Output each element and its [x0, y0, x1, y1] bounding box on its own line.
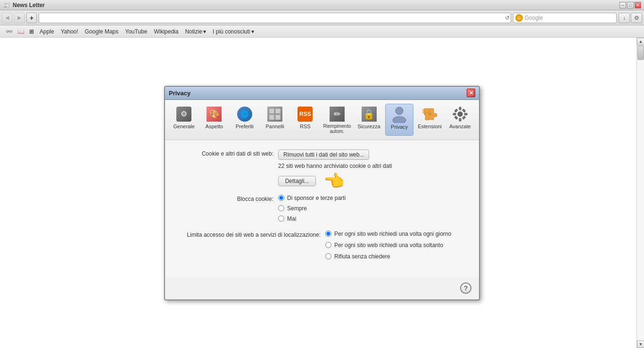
app-icon: 📰 — [3, 2, 10, 8]
bookmark-google-maps[interactable]: Google Maps — [82, 27, 121, 36]
riempimento-icon-shape: ✏ — [330, 107, 345, 122]
cookie-info-text: 22 siti web hanno archiviato cookie o al… — [278, 163, 465, 169]
remove-cookies-button[interactable]: Rimuovi tutti i dati del sito web... — [278, 149, 369, 160]
toolbar-estensioni[interactable]: Estensioni — [415, 104, 444, 136]
grid-icon[interactable]: ⊞ — [27, 27, 36, 36]
svg-rect-13 — [462, 108, 465, 112]
radio-mai-input[interactable] — [278, 215, 284, 222]
block-cookie-content: Di sponsor e terze parti Sempre Mai — [278, 195, 465, 224]
window-title: News Letter — [13, 2, 45, 8]
radio-una-volta-input[interactable] — [325, 242, 331, 248]
main-content: ▲ ▼ Privacy ✕ ⚙ Generale — [0, 38, 644, 348]
radio-una-volta[interactable]: Per ogni sito web richiedi una volta sol… — [325, 242, 465, 249]
pannelli-icon — [266, 106, 283, 123]
aspetto-icon-shape: 🎨 — [206, 107, 222, 122]
details-button[interactable]: Dettagli... — [278, 176, 316, 186]
svg-point-6 — [429, 113, 431, 116]
radio-rifiuta-input[interactable] — [325, 253, 331, 259]
refresh-button[interactable]: ↺ — [505, 15, 510, 21]
address-bar[interactable]: ↺ — [39, 13, 511, 23]
help-button[interactable]: ? — [460, 282, 471, 294]
chevron-down-icon: ▾ — [251, 28, 254, 35]
svg-rect-8 — [459, 107, 461, 110]
cookie-info-content: 22 siti web hanno archiviato cookie o al… — [278, 163, 465, 191]
toolbar-generale[interactable]: ⚙ Generale — [170, 104, 198, 136]
privacy-person-icon — [392, 106, 407, 123]
toolbar-privacy[interactable]: Privacy — [385, 104, 414, 136]
toolbar-aspetto-label: Aspetto — [206, 124, 223, 129]
search-placeholder[interactable]: Google — [525, 15, 614, 21]
toolbar-riempimento[interactable]: ✏ Riempimento autom. — [322, 104, 353, 136]
bookmarks-bar: 👓 📖 ⊞ Apple Yahoo! Google Maps YouTube W… — [0, 25, 644, 38]
svg-rect-15 — [462, 116, 465, 119]
toolbar-avanzate-label: Avanzate — [449, 124, 471, 129]
svg-rect-12 — [454, 108, 458, 112]
svg-rect-10 — [453, 113, 456, 115]
radio-rifiuta[interactable]: Rifiuta senza chiedere — [325, 253, 465, 260]
minimize-button[interactable]: – — [619, 2, 626, 8]
bookmark-youtube[interactable]: YouTube — [122, 27, 150, 36]
toolbar-rss[interactable]: RSS RSS — [291, 104, 319, 136]
bookmark-wikipedia[interactable]: Wikipedia — [151, 27, 181, 36]
block-cookie-row: Blocca cookie: Di sponsor e terze parti … — [179, 195, 465, 224]
bookmark-piu-conosciuti[interactable]: I più conosciuti ▾ — [210, 27, 256, 36]
svg-rect-3 — [275, 115, 281, 120]
radio-una-volta-label: Per ogni sito web richiedi una volta sol… — [334, 242, 443, 249]
svg-rect-14 — [454, 116, 458, 119]
puzzle-icon — [422, 107, 438, 122]
avanzate-icon — [452, 106, 469, 123]
svg-rect-9 — [459, 118, 461, 121]
dialog-close-button[interactable]: ✕ — [467, 89, 475, 97]
back-button[interactable]: ◀ — [2, 13, 12, 23]
radio-ogni-volta-input[interactable] — [325, 231, 331, 237]
bookmark-apple[interactable]: Apple — [37, 27, 57, 36]
toolbar-aspetto[interactable]: 🎨 Aspetto — [200, 104, 228, 136]
svg-rect-1 — [275, 108, 281, 114]
radio-sempre[interactable]: Sempre — [278, 205, 465, 212]
reading-glasses-icon[interactable]: 👓 — [4, 27, 15, 36]
cookie-content: Rimuovi tutti i dati del sito web... — [278, 149, 465, 160]
new-tab-button[interactable]: + — [26, 13, 37, 23]
toolbar-estensioni-label: Estensioni — [418, 124, 442, 129]
aspetto-icon: 🎨 — [206, 106, 223, 123]
location-row: Limita accesso dei siti web a servizi di… — [179, 231, 465, 262]
toolbar-pannelli[interactable]: Pannelli — [261, 104, 289, 136]
toolbar-preferiti[interactable]: 🌐 Preferiti — [231, 104, 259, 136]
reading-list-icon[interactable]: 📖 — [16, 27, 26, 36]
settings-button[interactable]: ⚙ — [631, 13, 642, 23]
svg-rect-11 — [464, 113, 467, 115]
dialog-title: Privacy — [169, 90, 190, 97]
navigation-bar: ◀ ▶ + ↺ G Google ↓ ⚙ — [0, 10, 644, 25]
radio-mai[interactable]: Mai — [278, 215, 465, 222]
bookmark-yahoo[interactable]: Yahoo! — [58, 27, 81, 36]
sicurezza-icon: 🔒 — [361, 106, 378, 123]
radio-sponsor-input[interactable] — [278, 195, 284, 201]
toolbar-privacy-label: Privacy — [391, 124, 408, 130]
search-bar: G Google — [513, 13, 617, 23]
cookie-info-row: 22 siti web hanno archiviato cookie o al… — [179, 163, 465, 191]
radio-ogni-volta[interactable]: Per ogni sito web richiedi una volta ogn… — [325, 231, 465, 237]
preferences-toolbar: ⚙ Generale 🎨 Aspetto 🌐 Preferiti — [165, 100, 479, 140]
dialog-footer: ? — [165, 278, 479, 299]
cookie-row: Cookie e altri dati di siti web: Rimuovi… — [179, 149, 465, 160]
radio-sponsor-label: Di sponsor e terze parti — [287, 195, 346, 201]
radio-sempre-input[interactable] — [278, 205, 284, 211]
toolbar-sicurezza[interactable]: 🔒 Sicurezza — [355, 104, 383, 136]
radio-sponsor[interactable]: Di sponsor e terze parti — [278, 195, 465, 201]
radio-ogni-volta-label: Per ogni sito web richiedi una volta ogn… — [334, 231, 451, 237]
toolbar-pannelli-label: Pannelli — [266, 124, 284, 129]
google-icon[interactable]: G — [515, 14, 523, 22]
window-controls: – □ ✕ — [619, 2, 641, 8]
toolbar-avanzate[interactable]: Avanzate — [446, 104, 474, 136]
dialog-title-bar: Privacy ✕ — [165, 87, 479, 100]
close-button[interactable]: ✕ — [635, 2, 641, 8]
sicurezza-icon-shape: 🔒 — [362, 107, 377, 122]
download-button[interactable]: ↓ — [619, 13, 630, 23]
preferiti-icon: 🌐 — [236, 106, 253, 123]
bookmark-notizie[interactable]: Notizie ▾ — [182, 27, 209, 36]
forward-button[interactable]: ▶ — [14, 13, 25, 23]
maximize-button[interactable]: □ — [627, 2, 634, 8]
dialog-body: Cookie e altri dati di siti web: Rimuovi… — [165, 140, 479, 278]
svg-point-7 — [458, 112, 462, 116]
preferiti-icon-shape: 🌐 — [237, 107, 252, 122]
